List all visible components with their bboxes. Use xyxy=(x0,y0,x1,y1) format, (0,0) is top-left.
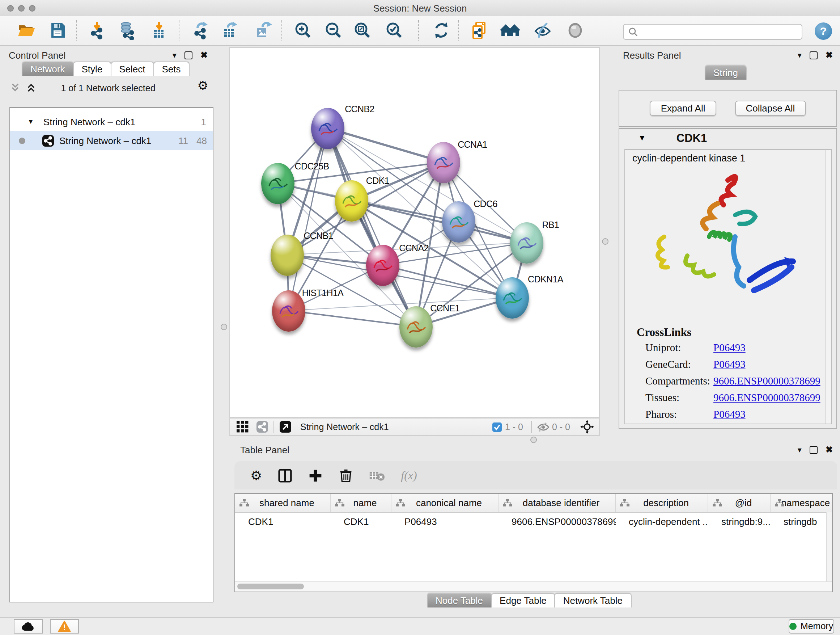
zoom-in-icon[interactable] xyxy=(292,19,314,41)
splitter-handle[interactable] xyxy=(602,238,608,245)
grid-view-icon[interactable] xyxy=(237,421,249,433)
import-table-icon[interactable] xyxy=(148,19,170,41)
tab-edge-table[interactable]: Edge Table xyxy=(491,593,555,608)
function-builder-icon[interactable]: f(x) xyxy=(401,469,417,482)
crosslink-link[interactable]: 9606.ENSP00000378699 xyxy=(714,375,821,387)
panel-menu-icon[interactable]: ▾ xyxy=(798,50,802,60)
tree-expander-icon[interactable]: ▼ xyxy=(27,118,34,125)
panel-close-icon[interactable]: ✖ xyxy=(826,50,833,60)
import-database-icon[interactable] xyxy=(117,19,139,41)
network-edge[interactable] xyxy=(289,128,328,310)
hide-panel-eye-icon[interactable] xyxy=(532,19,554,41)
scrollbar-thumb[interactable] xyxy=(237,584,304,589)
network-edge[interactable] xyxy=(352,201,527,242)
panel-close-icon[interactable]: ✖ xyxy=(826,445,833,455)
tab-network[interactable]: Network xyxy=(22,62,73,76)
tab-network-table[interactable]: Network Table xyxy=(554,593,631,608)
open-session-icon[interactable] xyxy=(15,19,37,41)
network-node-rb1[interactable] xyxy=(510,222,543,263)
network-row[interactable]: String Network – cdk1 11 48 xyxy=(10,131,213,150)
show-columns-icon[interactable] xyxy=(278,468,292,483)
node-table[interactable]: shared namenamecanonical namedatabase id… xyxy=(234,493,833,592)
add-column-icon[interactable] xyxy=(308,468,323,483)
export-network-icon[interactable] xyxy=(190,19,212,41)
table-cell[interactable]: CDK1 xyxy=(235,513,331,531)
show-panel-eye-icon[interactable] xyxy=(564,19,586,41)
panel-float-icon[interactable] xyxy=(810,51,818,59)
panel-float-icon[interactable] xyxy=(185,51,193,59)
zoom-out-icon[interactable] xyxy=(323,19,344,41)
selected-checkbox-icon[interactable] xyxy=(492,422,502,432)
network-canvas[interactable]: CCNB2CCNA1CDC25BCDK1CDC6RB1CCNB1CCNA2CDK… xyxy=(229,47,600,418)
panel-menu-icon[interactable]: ▾ xyxy=(172,50,177,60)
network-node-ccnb1[interactable] xyxy=(271,234,304,276)
network-node-cdc25b[interactable] xyxy=(261,163,294,204)
column-header-id[interactable]: @id xyxy=(708,494,771,512)
search-field[interactable] xyxy=(623,24,802,40)
gene-expander-icon[interactable]: ▼ xyxy=(638,133,646,142)
hidden-eye-icon[interactable] xyxy=(537,422,549,432)
table-cell[interactable]: stringdb:9... xyxy=(708,513,771,531)
refresh-icon[interactable] xyxy=(431,19,452,41)
import-network-icon[interactable] xyxy=(87,19,109,41)
panel-float-icon[interactable] xyxy=(810,446,818,454)
network-node-hist1h1a[interactable] xyxy=(272,290,305,331)
collapse-all-button[interactable]: Collapse All xyxy=(735,101,806,116)
tab-style[interactable]: Style xyxy=(73,62,111,76)
table-cell[interactable]: P06493 xyxy=(392,513,499,531)
birdseye-navigator-icon[interactable] xyxy=(580,420,594,434)
column-header-canonicalname[interactable]: canonical name xyxy=(392,494,499,512)
open-in-window-icon[interactable] xyxy=(279,421,292,433)
network-node-cdc6[interactable] xyxy=(442,201,475,242)
table-cell[interactable]: CDK1 xyxy=(331,513,392,531)
network-node-ccne1[interactable] xyxy=(399,306,433,347)
splitter-handle[interactable] xyxy=(221,324,227,330)
memory-button[interactable]: Memory xyxy=(789,619,834,633)
clone-network-icon[interactable] xyxy=(469,19,491,41)
network-collection-row[interactable]: ▼ String Network – cdk1 1 xyxy=(10,112,213,131)
table-cell[interactable]: 9606.ENSP00000378699 xyxy=(499,513,616,531)
column-header-name[interactable]: name xyxy=(331,494,392,512)
crosslink-link[interactable]: P06493 xyxy=(714,409,745,421)
splitter-handle[interactable] xyxy=(531,437,537,443)
tab-select[interactable]: Select xyxy=(111,62,154,76)
network-node-ccna1[interactable] xyxy=(427,141,460,183)
delete-column-icon[interactable] xyxy=(339,468,353,483)
gene-card-scrollbar[interactable] xyxy=(826,150,831,424)
column-header-databaseidentifier[interactable]: database identifier xyxy=(499,494,616,512)
warning-status-button[interactable] xyxy=(50,619,79,633)
expand-all-button[interactable]: Expand All xyxy=(650,101,716,116)
crosslink-link[interactable]: 9606.ENSP00000378699 xyxy=(714,392,821,404)
homes-icon[interactable] xyxy=(499,19,521,41)
export-image-icon[interactable] xyxy=(253,19,274,41)
network-edge[interactable] xyxy=(289,310,416,326)
table-cell[interactable]: cyclin-dependent ... xyxy=(616,513,708,531)
tab-sets[interactable]: Sets xyxy=(153,62,189,76)
crosslink-link[interactable]: P06493 xyxy=(714,358,745,371)
table-settings-gear-icon[interactable]: ⚙ xyxy=(250,467,262,483)
gear-icon[interactable]: ⚙ xyxy=(197,78,209,93)
column-header-sharedname[interactable]: shared name xyxy=(235,494,331,512)
save-session-icon[interactable] xyxy=(47,19,69,41)
table-vertical-scrollbar[interactable] xyxy=(826,512,832,582)
zoom-fit-icon[interactable] xyxy=(352,19,373,41)
delete-table-icon[interactable] xyxy=(369,469,385,482)
network-node-ccnb2[interactable] xyxy=(311,108,344,149)
tab-string[interactable]: String xyxy=(705,65,747,80)
panel-close-icon[interactable]: ✖ xyxy=(201,50,208,60)
table-row[interactable]: CDK1CDK1P064939606.ENSP00000378699cyclin… xyxy=(235,513,832,531)
export-table-icon[interactable] xyxy=(219,19,241,41)
network-type-icon[interactable] xyxy=(256,421,268,433)
panel-menu-icon[interactable]: ▾ xyxy=(798,445,802,454)
crosslink-link[interactable]: P06493 xyxy=(714,342,745,354)
network-node-ccna2[interactable] xyxy=(366,244,399,286)
network-node-cdkn1a[interactable] xyxy=(496,277,529,318)
column-header-namespace[interactable]: namespace xyxy=(771,494,833,512)
help-icon[interactable]: ? xyxy=(815,22,832,40)
table-cell[interactable]: stringdb xyxy=(771,513,833,531)
network-node-cdk1[interactable] xyxy=(335,180,368,221)
network-edge[interactable] xyxy=(328,128,444,162)
search-input[interactable] xyxy=(641,26,802,38)
column-header-description[interactable]: description xyxy=(616,494,708,512)
cloud-status-button[interactable] xyxy=(14,619,43,633)
